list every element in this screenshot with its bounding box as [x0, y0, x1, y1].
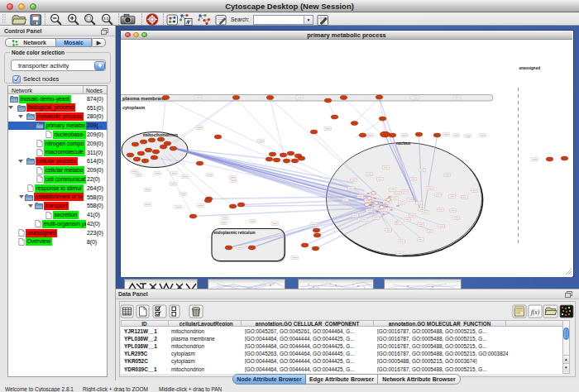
svg-text:f(x): f(x) [531, 308, 540, 316]
svg-text:endoplasmic reticulum: endoplasmic reticulum [214, 230, 256, 234]
svg-text:mitochondrion: mitochondrion [143, 131, 178, 136]
svg-text:cytoplasm: cytoplasm [122, 104, 145, 109]
svg-text:nucleus: nucleus [396, 141, 411, 145]
svg-text:unassigned: unassigned [519, 66, 541, 70]
svg-text:plasma membrane: plasma membrane [122, 95, 166, 100]
